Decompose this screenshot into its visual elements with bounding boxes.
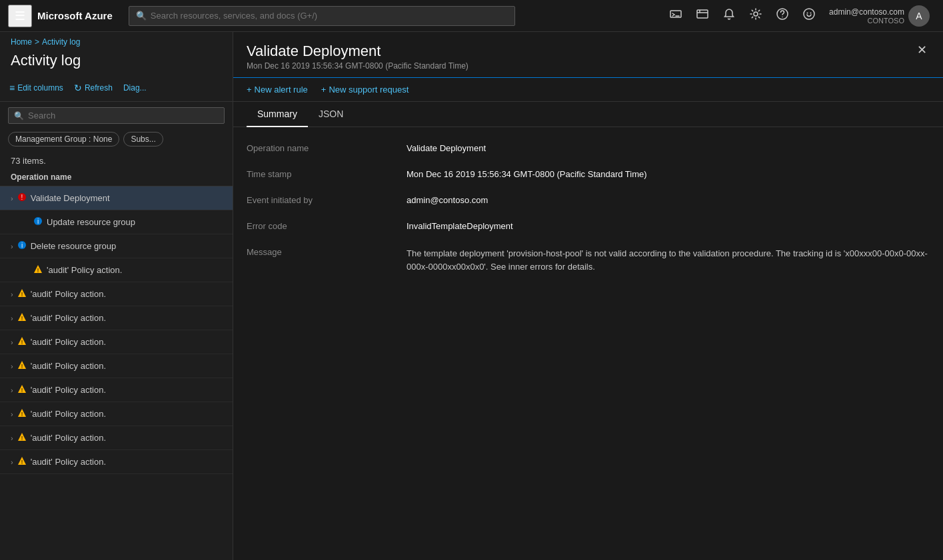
status-icon: ! [17, 192, 27, 204]
search-icon: 🔍 [136, 11, 147, 21]
chevron-icon: › [11, 458, 13, 466]
tab-json[interactable]: JSON [308, 102, 354, 127]
edit-columns-label: Edit columns [17, 83, 63, 93]
detail-row: Error codeInvalidTemplateDeployment [247, 221, 930, 231]
list-item[interactable]: iUpdate resource group [0, 210, 233, 234]
list-item[interactable]: ›iDelete resource group [0, 234, 233, 258]
notifications-button[interactable] [717, 5, 741, 27]
global-search-input[interactable] [151, 11, 508, 21]
status-icon: ! [17, 288, 27, 300]
user-org: CONTOSO [829, 17, 904, 25]
svg-text:!: ! [21, 411, 23, 418]
diagnostics-button[interactable]: Diag... [119, 81, 151, 95]
directory-button[interactable] [690, 5, 714, 27]
detail-field-label: Operation name [247, 143, 393, 153]
detail-subtitle: Mon Dec 16 2019 15:56:34 GMT-0800 (Pacif… [247, 61, 930, 71]
detail-field-value: InvalidTemplateDeployment [407, 221, 930, 231]
left-panel: Home > Activity log Activity log ≡ Edit … [0, 32, 233, 560]
svg-point-6 [807, 13, 808, 14]
list-item[interactable]: ›!'audit' Policy action. [0, 306, 233, 330]
detail-field-label: Message [247, 247, 393, 273]
breadcrumb-separator: > [35, 37, 39, 47]
list-item-text: 'audit' Policy action. [31, 313, 106, 323]
user-profile[interactable]: admin@contoso.com CONTOSO A [824, 3, 935, 29]
new-support-request-button[interactable]: + New support request [321, 85, 409, 95]
status-icon: ! [17, 360, 27, 372]
chevron-icon: › [11, 194, 13, 202]
breadcrumb-home-link[interactable]: Home [11, 37, 32, 47]
new-alert-rule-label: New alert rule [255, 85, 308, 95]
detail-panel: Validate Deployment Mon Dec 16 2019 15:5… [233, 32, 943, 560]
list-item[interactable]: ›!'audit' Policy action. [0, 282, 233, 306]
global-search-box[interactable]: 🔍 [129, 6, 515, 26]
list-item-text: 'audit' Policy action. [31, 385, 106, 395]
detail-field-value: admin@contoso.com [407, 195, 930, 205]
management-group-filter[interactable]: Management Group : None [8, 132, 119, 146]
settings-button[interactable] [744, 5, 768, 27]
panel-toolbar: ≡ Edit columns ↻ Refresh Diag... [0, 77, 233, 102]
chevron-icon: › [11, 314, 13, 322]
hamburger-menu-button[interactable]: ☰ [8, 5, 32, 27]
search-box[interactable]: 🔍 [8, 107, 225, 124]
page-title: Activity log [0, 49, 233, 77]
list-item[interactable]: ›!'audit' Policy action. [0, 402, 233, 426]
breadcrumb: Home > Activity log [0, 32, 233, 49]
detail-field-label: Error code [247, 221, 393, 231]
diag-label: Diag... [123, 83, 147, 93]
status-icon: i [33, 216, 43, 228]
list-item[interactable]: ›!'audit' Policy action. [0, 450, 233, 474]
list-item[interactable]: !'audit' Policy action. [0, 258, 233, 282]
svg-text:!: ! [21, 291, 23, 298]
detail-title: Validate Deployment [247, 43, 930, 60]
search-input[interactable] [28, 111, 219, 121]
svg-rect-1 [697, 10, 708, 18]
detail-field-value: Mon Dec 16 2019 15:56:34 GMT-0800 (Pacif… [407, 169, 930, 179]
list-item[interactable]: ›!'audit' Policy action. [0, 378, 233, 402]
list-item-text: 'audit' Policy action. [31, 457, 106, 467]
svg-point-4 [782, 17, 783, 18]
tab-summary[interactable]: Summary [247, 102, 308, 127]
feedback-button[interactable] [797, 5, 821, 27]
svg-text:i: i [37, 218, 39, 225]
main-layout: Home > Activity log Activity log ≡ Edit … [0, 32, 943, 560]
chevron-icon: › [11, 290, 13, 298]
detail-row: MessageThe template deployment 'provisio… [247, 247, 930, 273]
detail-tabs: SummaryJSON [233, 102, 943, 127]
status-icon: ! [17, 408, 27, 420]
topbar-icon-group: admin@contoso.com CONTOSO A [664, 3, 935, 29]
detail-content: Operation nameValidate DeploymentTime st… [233, 127, 943, 560]
list-item[interactable]: ›!Validate Deployment [0, 186, 233, 210]
svg-text:!: ! [21, 435, 23, 441]
svg-text:!: ! [21, 339, 23, 346]
detail-header: Validate Deployment Mon Dec 16 2019 15:5… [233, 32, 943, 78]
svg-text:!: ! [21, 315, 23, 322]
status-icon: ! [33, 264, 43, 276]
subscription-filter[interactable]: Subs... [123, 132, 163, 146]
list-item[interactable]: ›!'audit' Policy action. [0, 426, 233, 450]
edit-columns-button[interactable]: ≡ Edit columns [5, 80, 67, 96]
breadcrumb-current: Activity log [42, 37, 80, 47]
svg-point-2 [754, 12, 758, 16]
svg-text:!: ! [21, 194, 23, 201]
list-item[interactable]: ›!'audit' Policy action. [0, 330, 233, 354]
detail-field-value: The template deployment 'provision-host-… [407, 247, 930, 273]
detail-toolbar: + New alert rule + New support request [233, 78, 943, 102]
chevron-icon: › [11, 362, 13, 370]
new-alert-rule-button[interactable]: + New alert rule [247, 85, 308, 95]
help-button[interactable] [770, 5, 794, 27]
list-item[interactable]: ›!'audit' Policy action. [0, 354, 233, 378]
close-detail-button[interactable]: ✕ [912, 40, 932, 60]
svg-point-7 [810, 13, 812, 14]
avatar: A [908, 5, 930, 27]
list-item-text: Validate Deployment [31, 193, 110, 203]
refresh-button[interactable]: ↻ Refresh [70, 80, 117, 96]
detail-row: Event initiated byadmin@contoso.com [247, 195, 930, 205]
list-item-text: 'audit' Policy action. [31, 337, 106, 347]
status-icon: ! [17, 456, 27, 467]
items-count: 73 items. [0, 152, 233, 168]
cloud-shell-button[interactable] [664, 5, 688, 27]
chevron-icon: › [11, 338, 13, 346]
list-item-text: Delete resource group [31, 241, 117, 251]
list-item-text: 'audit' Policy action. [47, 265, 122, 275]
status-icon: ! [17, 336, 27, 348]
